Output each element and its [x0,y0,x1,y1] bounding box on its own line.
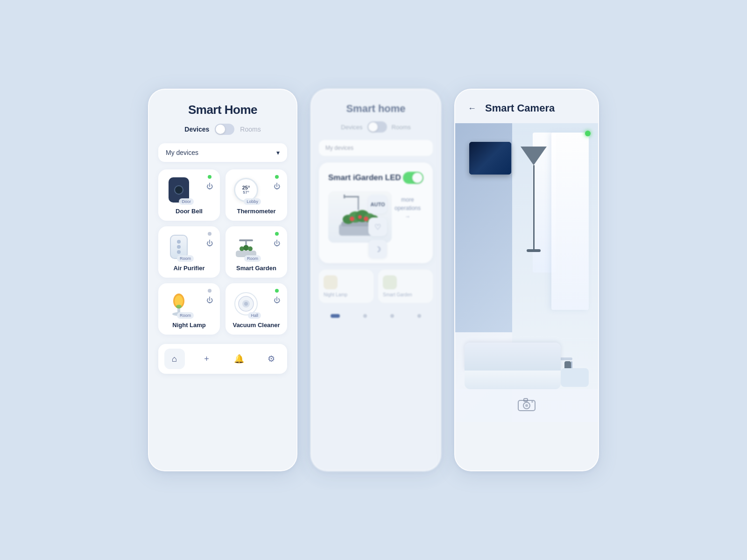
device-status-purifier: ⏻ [205,232,214,248]
phone-3-camera: ← Smart Camera [454,89,599,471]
phone-1-smart-home: Smart Home Devices Rooms My devices ▾ Do… [148,89,297,471]
phones-container: Smart Home Devices Rooms My devices ▾ Do… [148,89,599,471]
location-badge-room-purifier: Room [177,255,194,262]
status-dot-gray [208,232,211,236]
ph2-nav-dot-active [331,314,340,318]
ph2-lamp-icon [324,275,338,289]
favorite-button[interactable]: ♡ [368,217,387,236]
moon-icon: ☽ [374,245,381,254]
online-status-dot [585,131,591,136]
home-icon: ⌂ [172,354,177,364]
ph2-bottom-cards: Night Lamp Smart Garden [319,270,433,303]
nav-add-button[interactable]: + [197,349,217,369]
moon-mode-button[interactable]: ☽ [368,240,387,259]
device-card-top-purifier: Room ⏻ [164,232,214,262]
garden-card-header: Smart iGarden LED [328,172,423,184]
more-operations-link[interactable]: more operations → [392,195,423,248]
ph2-nav [319,310,433,322]
svg-rect-2 [239,239,253,241]
temp-display-2: 57° [243,190,249,195]
nav-settings-button[interactable]: ⚙ [261,349,282,369]
device-card-thermometer[interactable]: 25° 57° Lobby ⏻ Thermometer [226,169,287,221]
lamp-pole [533,165,535,249]
device-card-purifier[interactable]: Room ⏻ Air Purifier [158,226,220,278]
garden-image: AUTO ♡ ☽ [328,191,392,243]
auto-mode-button[interactable]: AUTO [368,195,387,214]
device-icon-garden: Room [231,232,261,262]
nav-bell-button[interactable]: 🔔 [229,349,249,369]
device-icon-purifier: Room [164,232,194,262]
devices-dropdown[interactable]: My devices ▾ [158,143,287,162]
device-name-vacuum: Vacuum Cleaner [231,322,282,329]
ph2-devices-label: Devices [341,124,362,131]
device-status-lamp: ⏻ [205,289,214,305]
power-icon[interactable]: ⏻ [205,182,214,191]
sofa [465,343,561,389]
add-icon: + [204,354,209,364]
device-card-lamp[interactable]: Room ⏻ Night Lamp [158,283,220,335]
device-name-purifier: Air Purifier [164,265,214,272]
garden-wrapper: AUTO ♡ ☽ more operations → [328,191,423,248]
lamp-base [527,249,541,252]
device-name-thermometer: Thermometer [231,208,282,215]
ph2-devices-bar: My devices [319,140,433,156]
chevron-down-icon: ▾ [276,149,280,156]
view-toggle-switch[interactable] [215,124,234,135]
ph2-lamp-label: Night Lamp [324,292,369,297]
svg-rect-16 [344,196,359,197]
ph2-nav-dot-2 [390,314,394,318]
svg-point-32 [531,401,533,403]
garden-card-title: Smart iGarden LED [328,173,401,182]
svg-point-26 [358,215,362,219]
power-icon-lamp[interactable]: ⏻ [205,295,214,305]
status-dot-green-4 [275,289,279,293]
power-icon-thermo[interactable]: ⏻ [272,182,282,191]
nav-home-button[interactable]: ⌂ [164,349,185,369]
device-card-top-thermo: 25° 57° Lobby ⏻ [231,175,282,205]
device-card-garden[interactable]: Room ⏻ Smart Garden [226,226,287,278]
device-card-vacuum[interactable]: Hall ⏻ Vacuum Cleaner [226,283,287,335]
location-badge-room-garden: Room [244,255,261,262]
purifier-dot-1 [177,240,181,244]
power-icon-garden[interactable]: ⏻ [272,238,282,248]
device-icon-lamp: Room [164,289,194,319]
rooms-label: Rooms [240,126,261,133]
dropdown-label: My devices [166,149,198,156]
device-card-top-lamp: Room ⏻ [164,289,214,319]
back-button[interactable]: ← [465,101,479,116]
auto-label: AUTO [371,202,385,207]
status-dot-green-3 [275,232,279,236]
status-dot-green [208,175,211,179]
device-status-thermo: ⏻ [272,175,282,191]
garden-toggle-on[interactable] [403,172,423,184]
view-toggle-row: Devices Rooms [158,124,287,135]
floor-lamp [521,147,547,252]
svg-rect-17 [344,195,345,198]
tv-frame [469,142,511,175]
garden-card[interactable]: Smart iGarden LED [319,162,433,263]
device-status-garden: ⏻ [272,232,282,248]
svg-point-14 [244,302,248,306]
ph2-garden-label: Smart Garden [383,292,428,297]
lamp-shade [521,147,547,165]
status-dot-green-2 [275,175,279,179]
device-name-garden: Smart Garden [231,265,282,272]
device-name-doorbell: Door Bell [164,208,214,215]
power-icon-vacuum[interactable]: ⏻ [272,295,282,305]
ph2-toggle-row: Devices Rooms [319,121,433,133]
sofa-seat [465,371,561,389]
gear-icon: ⚙ [268,354,275,364]
device-card-doorbell[interactable]: Door ⏻ Door Bell [158,169,220,221]
power-icon-purifier[interactable]: ⏻ [205,238,214,248]
location-badge-room-lamp: Room [177,312,194,319]
devices-label: Devices [184,126,209,133]
camera-icon[interactable] [517,397,536,415]
ottoman [561,368,589,387]
svg-point-30 [525,404,528,407]
page-title: Smart Home [158,103,287,117]
svg-point-25 [350,217,354,221]
location-badge-hall: Hall [248,312,261,319]
location-badge-door: Door [179,198,194,205]
svg-rect-15 [358,196,359,210]
back-arrow-icon: ← [468,104,476,113]
